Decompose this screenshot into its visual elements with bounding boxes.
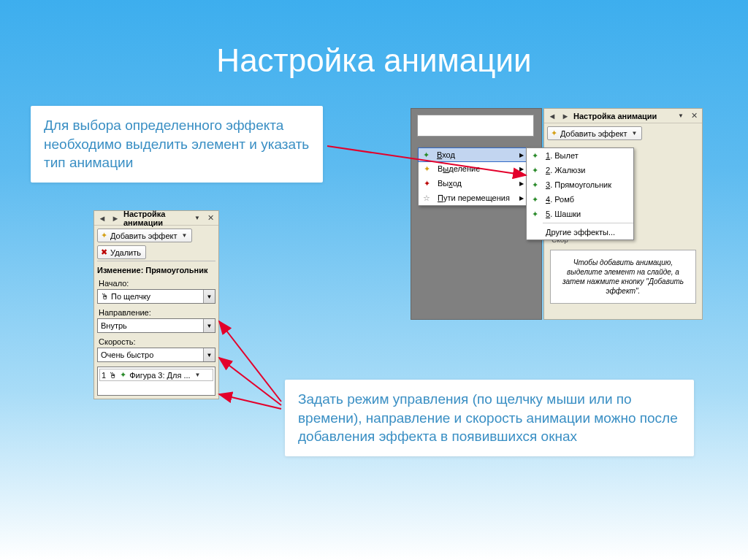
- chevron-right-icon: ▶: [519, 195, 524, 202]
- back-icon[interactable]: ◄: [97, 213, 107, 223]
- menu-label: Другие эффекты...: [543, 228, 623, 237]
- speed-combo[interactable]: Очень быстро ▼: [97, 348, 215, 362]
- x-icon: ✖: [101, 248, 107, 257]
- effects-listbox[interactable]: 1 🖱 ✦ Фигура 3: Для ... ▼: [97, 367, 215, 396]
- forward-icon[interactable]: ►: [560, 111, 570, 121]
- star-icon: ✦: [527, 180, 543, 190]
- menu-label: Выделение: [435, 164, 516, 173]
- menu-label: 4. Ромб: [543, 195, 623, 204]
- path-icon: ☆: [419, 193, 435, 203]
- svg-line-1: [219, 321, 281, 402]
- add-effect-label: Добавить эффект: [110, 231, 177, 240]
- pane-header: ◄ ► Настройка анимации ▼ ✕: [544, 109, 702, 123]
- menu-label: Выход: [435, 179, 516, 188]
- speed-label: Скорость:: [99, 337, 214, 346]
- chevron-down-icon[interactable]: ▼: [203, 319, 215, 332]
- speed-value: Очень быстро: [101, 350, 153, 359]
- menu-item-blinds[interactable]: ✦ 2. Жалюзи: [527, 163, 633, 177]
- menu-label: 1. Вылет: [543, 151, 623, 160]
- mouse-icon: 🖱: [109, 371, 117, 380]
- pane-title: Настройка анимации: [573, 112, 671, 120]
- entrance-submenu[interactable]: ✦ 1. Вылет ✦ 2. Жалюзи ✦ 3. Прямоугольни…: [526, 147, 634, 240]
- menu-item-exit[interactable]: ✦ Выход ▶: [419, 176, 527, 191]
- star-icon: ✦: [419, 179, 435, 188]
- remove-label: Удалить: [110, 248, 141, 257]
- star-icon: ✦: [527, 195, 543, 204]
- menu-item-diamond[interactable]: ✦ 4. Ромб: [527, 192, 633, 207]
- chevron-right-icon: ▶: [519, 166, 524, 172]
- menu-item-checkerboard[interactable]: ✦ 5. Шашки: [527, 207, 633, 221]
- change-section-title: Изменение: Прямоугольник: [97, 266, 215, 275]
- callout-select-effect: Для выбора определенного эффекта необход…: [31, 106, 323, 183]
- star-icon: ✦: [120, 370, 126, 380]
- callout-control-settings: Задать режим управления (по щелчку мыши …: [285, 380, 694, 456]
- star-icon: ✦: [527, 151, 543, 161]
- star-icon: ✦: [551, 129, 557, 138]
- menu-item-more-effects[interactable]: Другие эффекты...: [527, 225, 633, 239]
- direction-value: Внутрь: [101, 321, 127, 330]
- close-icon[interactable]: ✕: [205, 213, 215, 223]
- chevron-down-icon: ▼: [631, 130, 637, 137]
- forward-icon[interactable]: ►: [110, 213, 121, 223]
- svg-line-3: [219, 394, 281, 409]
- star-icon: ✦: [527, 210, 543, 219]
- chevron-down-icon: ▼: [195, 372, 201, 378]
- start-combo[interactable]: 🖱По щелчку ▼: [97, 289, 215, 304]
- close-icon[interactable]: ✕: [689, 111, 699, 121]
- chevron-down-icon[interactable]: ▼: [203, 348, 215, 361]
- star-icon: ✦: [527, 166, 543, 175]
- tip-text: Чтобы добавить анимацию, выделите элемен…: [550, 250, 696, 304]
- pane-title: Настройка анимации: [123, 210, 188, 227]
- add-effect-label: Добавить эффект: [560, 129, 627, 138]
- menu-item-motion-paths[interactable]: ☆ Пути перемещения ▶: [419, 191, 527, 205]
- menu-item-emphasis[interactable]: ✦ Выделение ▶: [419, 161, 527, 176]
- dropdown-icon[interactable]: ▼: [676, 111, 686, 121]
- mouse-icon: 🖱: [101, 292, 109, 301]
- star-icon: ✦: [419, 150, 434, 160]
- remove-button[interactable]: ✖ Удалить: [97, 245, 146, 259]
- chevron-down-icon[interactable]: ▼: [203, 290, 215, 303]
- menu-label: 2. Жалюзи: [543, 166, 623, 174]
- menu-label: Пути перемещения: [435, 193, 516, 202]
- animation-pane-left: ◄ ► Настройка анимации ▼ ✕ ✦ Добавить эф…: [94, 210, 219, 399]
- menu-label: 5. Шашки: [543, 210, 623, 218]
- chevron-right-icon: ▶: [519, 180, 524, 187]
- item-number: 1: [102, 371, 106, 380]
- add-effect-button[interactable]: ✦ Добавить эффект ▼: [97, 229, 192, 242]
- item-label: Фигура 3: Для ...: [129, 371, 190, 380]
- add-effect-menu[interactable]: ✦ Вход ▶ ✦ Выделение ▶ ✦ Выход ▶ ☆ Пути …: [418, 147, 527, 206]
- chevron-down-icon: ▼: [181, 232, 187, 239]
- menu-label: 3. Прямоугольник: [543, 180, 623, 189]
- dropdown-icon[interactable]: ▼: [192, 213, 202, 223]
- start-value: По щелчку: [111, 292, 150, 301]
- start-label: Начало:: [99, 279, 214, 288]
- menu-item-fly-in[interactable]: ✦ 1. Вылет: [527, 148, 633, 163]
- star-icon: ✦: [419, 164, 435, 174]
- menu-item-entrance[interactable]: ✦ Вход ▶: [418, 147, 527, 162]
- chevron-right-icon: ▶: [519, 152, 524, 158]
- menu-label: Вход: [434, 150, 517, 159]
- list-item[interactable]: 1 🖱 ✦ Фигура 3: Для ... ▼: [99, 369, 213, 381]
- svg-line-2: [219, 358, 281, 405]
- back-icon[interactable]: ◄: [547, 111, 557, 121]
- star-icon: ✦: [101, 231, 107, 240]
- slide-preview: [411, 108, 542, 320]
- pane-header: ◄ ► Настройка анимации ▼ ✕: [94, 211, 218, 226]
- slide-title: Настройка анимации: [0, 0, 748, 79]
- direction-combo[interactable]: Внутрь ▼: [97, 318, 215, 333]
- direction-label: Направление:: [99, 308, 214, 317]
- add-effect-button[interactable]: ✦ Добавить эффект ▼: [547, 126, 642, 140]
- menu-item-box[interactable]: ✦ 3. Прямоугольник: [527, 177, 633, 192]
